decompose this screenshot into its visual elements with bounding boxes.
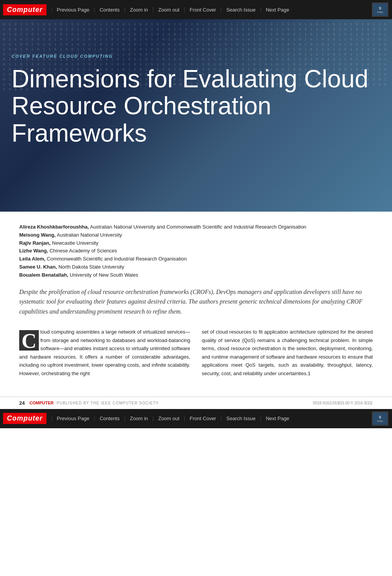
bot-sep-7: | <box>260 416 261 422</box>
next-page-bottom-link[interactable]: Next Page <box>263 414 292 423</box>
sep-7: | <box>260 7 261 13</box>
hero-title: Dimensions for Evaluating Cloud Resource… <box>12 65 380 147</box>
bot-sep-2: | <box>94 416 95 422</box>
bottom-logo[interactable]: Computer <box>3 413 47 424</box>
sep-4: | <box>153 7 154 13</box>
top-nav-bar: Computer | Previous Page | Contents | Zo… <box>0 0 392 19</box>
prev-page-top-link[interactable]: Previous Page <box>54 5 93 14</box>
qmags-logo-bottom[interactable]: Q mags <box>371 411 389 426</box>
footer-isbn: 0018-9162/16/$33.00 © 2016 IEEE <box>313 401 373 405</box>
sep-2: | <box>94 7 95 13</box>
abstract-text: Despite the proliferation of cloud resou… <box>19 287 373 317</box>
zoom-in-bottom-link[interactable]: Zoom in <box>127 414 151 423</box>
bottom-nav-bar: Computer | Previous Page | Contents | Zo… <box>0 409 392 428</box>
author-2: Meisong Wang, Australian National Univer… <box>19 231 373 239</box>
bot-sep-6: | <box>221 416 222 422</box>
svg-text:mags: mags <box>377 11 383 13</box>
top-logo[interactable]: Computer <box>3 4 47 15</box>
page-footer: 24 COMPUTER PUBLISHED BY THE IEEE COMPUT… <box>0 397 392 409</box>
zoom-out-bottom-link[interactable]: Zoom out <box>155 414 183 423</box>
article-content: Alireza Khoshkbarforoushha, Australian N… <box>0 212 392 389</box>
contents-bottom-link[interactable]: Contents <box>96 414 123 423</box>
footer-pub-name: COMPUTER <box>29 401 53 405</box>
bot-sep-3: | <box>124 416 125 422</box>
author-1: Alireza Khoshkbarforoushha, Australian N… <box>19 223 373 231</box>
prev-page-bottom-link[interactable]: Previous Page <box>54 414 93 423</box>
front-cover-bottom-link[interactable]: Front Cover <box>187 414 219 423</box>
body-col-1: C loud computing assembles a large netwo… <box>19 328 190 381</box>
author-5: Leila Alem, Commonwealth Scientific and … <box>19 255 373 263</box>
front-cover-top-link[interactable]: Front Cover <box>187 5 219 14</box>
body-col-2: set of cloud resources to fit applicatio… <box>202 328 373 381</box>
qmags-logo-top[interactable]: Q mags <box>371 2 389 17</box>
svg-rect-0 <box>373 3 387 16</box>
svg-text:mags: mags <box>377 420 383 422</box>
drop-cap: C <box>19 330 39 351</box>
sep-6: | <box>221 7 222 13</box>
body-columns: C loud computing assembles a large netwo… <box>19 328 373 381</box>
zoom-out-top-link[interactable]: Zoom out <box>155 5 183 14</box>
authors-section: Alireza Khoshkbarforoushha, Australian N… <box>19 223 373 279</box>
footer-pub-text: PUBLISHED BY THE IEEE COMPUTER SOCIETY <box>56 401 158 405</box>
nav-right-top: Q mags <box>371 2 389 17</box>
svg-text:Q: Q <box>379 7 381 10</box>
contents-top-link[interactable]: Contents <box>96 5 123 14</box>
bot-sep-5: | <box>184 416 185 422</box>
author-6: Samee U. Khan, North Dakota State Univer… <box>19 263 373 271</box>
author-7: Boualem Benatallah, University of New So… <box>19 271 373 279</box>
svg-text:Q: Q <box>379 416 381 419</box>
zoom-in-top-link[interactable]: Zoom in <box>127 5 151 14</box>
bot-sep-4: | <box>153 416 154 422</box>
svg-rect-3 <box>373 412 387 425</box>
search-issue-bottom-link[interactable]: Search Issue <box>223 414 259 423</box>
nav-right-bottom: Q mags <box>371 411 389 426</box>
hero-section: 0 1 0 1 1 0 1 0 0 1 0 1 1 0 1 0 0 1 1 0 … <box>0 19 392 212</box>
search-issue-top-link[interactable]: Search Issue <box>223 5 259 14</box>
bot-sep-1: | <box>51 416 52 422</box>
cover-tag: COVER FEATURE CLOUD COMPUTING <box>12 54 113 58</box>
sep-3: | <box>124 7 125 13</box>
sep-5: | <box>184 7 185 13</box>
author-4: Lizhe Wang, Chinese Academy of Sciences <box>19 247 373 255</box>
sep-1: | <box>51 7 52 13</box>
page-number: 24 <box>19 400 25 406</box>
author-3: Rajiv Ranjan, Newcastle University <box>19 239 373 247</box>
next-page-top-link[interactable]: Next Page <box>263 5 292 14</box>
